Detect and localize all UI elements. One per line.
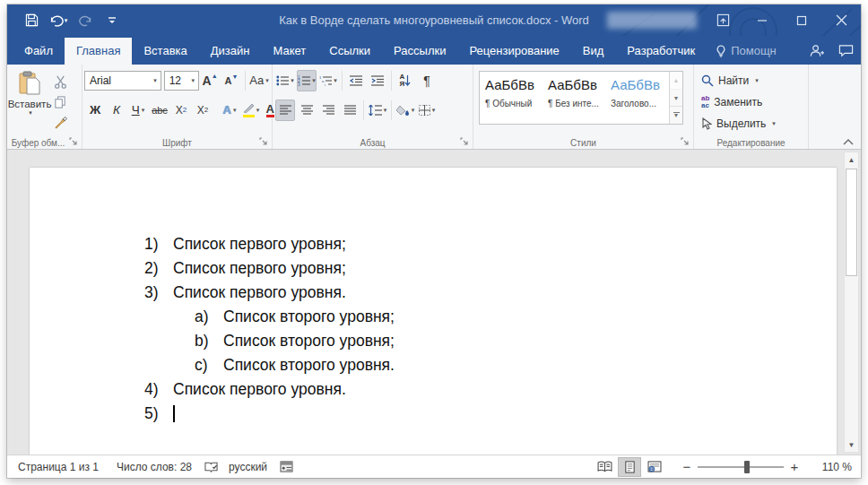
tab-file[interactable]: Файл (13, 38, 65, 65)
find-caret[interactable]: ▾ (755, 77, 759, 84)
tab-references[interactable]: Ссылки (317, 38, 382, 65)
cut-icon[interactable] (50, 73, 70, 91)
save-icon[interactable] (20, 10, 43, 31)
tab-home[interactable]: Главная (65, 38, 132, 65)
list-item[interactable]: 3)Список первого уровня. (144, 281, 837, 305)
bullets-button[interactable]: ▾ (275, 70, 295, 91)
underline-caret[interactable]: ▾ (142, 107, 145, 114)
close-button[interactable] (821, 4, 861, 36)
grow-font-button[interactable]: А▲ (200, 70, 220, 91)
minimize-button[interactable] (742, 4, 782, 36)
format-painter-icon[interactable] (50, 114, 70, 132)
strikethrough-button[interactable]: abc (150, 100, 169, 121)
numbering-caret[interactable]: ▾ (312, 77, 316, 84)
paste-dropdown-caret[interactable]: ▾ (29, 109, 32, 117)
word-count[interactable]: Число слов: 28 (117, 461, 192, 473)
scroll-up-icon[interactable]: ▲ (845, 152, 858, 167)
style-heading1[interactable]: АаБбВв Заголово... (605, 72, 668, 124)
scrollbar-thumb[interactable] (846, 169, 857, 276)
line-spacing-button[interactable]: ▾ (368, 100, 387, 121)
customize-qat-button[interactable] (100, 10, 124, 31)
document-page[interactable]: 1)Список первого уровня; 2)Список первог… (30, 168, 837, 455)
subscript-button[interactable]: X2 (171, 100, 191, 121)
borders-button[interactable]: ▾ (417, 100, 437, 121)
zoom-in-button[interactable]: + (787, 459, 802, 474)
style-no-spacing[interactable]: АаБбВв ¶ Без инте... (542, 72, 605, 124)
paragraph-dialog-launcher-icon[interactable] (460, 137, 470, 147)
justify-button[interactable] (340, 100, 360, 121)
shrink-font-button[interactable]: А▼ (221, 70, 241, 91)
align-right-button[interactable] (318, 100, 338, 121)
highlight-color-button[interactable]: ▾ (241, 100, 261, 121)
zoom-slider-thumb[interactable] (744, 461, 750, 473)
increase-indent-button[interactable] (368, 70, 387, 91)
align-left-button[interactable] (275, 100, 295, 121)
italic-button[interactable]: К (107, 100, 126, 121)
list-item[interactable]: 5) (144, 402, 837, 426)
styles-gallery-more-icon[interactable]: ▼ (670, 107, 682, 124)
font-size-caret[interactable]: ▾ (188, 77, 199, 84)
style-normal[interactable]: АаБбВв ¶ Обычный (480, 72, 542, 124)
styles-scroll-down-icon[interactable]: ▼ (670, 90, 682, 108)
list-item[interactable]: a)Список второго уровня; (195, 305, 837, 329)
share-person-icon[interactable] (809, 44, 824, 57)
superscript-button[interactable]: X2 (193, 100, 213, 121)
list-item[interactable]: b)Список второго уровня; (195, 329, 837, 353)
web-layout-button[interactable] (643, 457, 666, 477)
styles-scroll-up-icon[interactable]: ▲ (670, 72, 682, 90)
tab-insert[interactable]: Вставка (132, 38, 198, 65)
font-size-combo[interactable]: 12 ▾ (164, 71, 199, 91)
change-case-button[interactable]: Aa▾ (249, 70, 269, 91)
undo-button[interactable]: ▾ (47, 10, 70, 31)
text-effects-button[interactable]: А▾ (220, 100, 239, 121)
vertical-scrollbar[interactable]: ▲ ▼ (844, 152, 859, 453)
macro-record-icon[interactable] (280, 461, 293, 472)
zoom-level[interactable]: 110 % (811, 461, 852, 473)
copy-icon[interactable] (50, 93, 70, 111)
read-mode-button[interactable] (593, 457, 616, 477)
scroll-down-icon[interactable]: ▼ (845, 437, 858, 452)
shading-button[interactable]: ▾ (395, 100, 415, 121)
font-family-combo[interactable]: Arial ▾ (84, 71, 161, 91)
undo-dropdown-caret[interactable]: ▾ (65, 17, 68, 24)
comments-icon[interactable] (838, 44, 854, 57)
decrease-indent-button[interactable] (346, 70, 366, 91)
show-marks-button[interactable]: ¶ (417, 70, 437, 91)
page-indicator[interactable]: Страница 1 из 1 (18, 461, 99, 473)
bold-button[interactable]: Ж (85, 100, 105, 121)
paste-button[interactable]: Вставить ▾ (9, 68, 50, 134)
numbering-button[interactable]: 123 ▾ (297, 70, 317, 91)
list-item[interactable]: 1)Список первого уровня; (144, 232, 837, 256)
list-item[interactable]: c)Список второго уровня. (195, 353, 837, 377)
tab-design[interactable]: Дизайн (199, 38, 262, 65)
proofing-status-icon[interactable] (204, 461, 218, 473)
list-item[interactable]: 4)Список первого уровня. (144, 377, 837, 402)
select-button[interactable]: Выделить ▾ (701, 114, 806, 133)
sort-button[interactable]: АЯ (395, 70, 415, 91)
styles-dialog-launcher-icon[interactable] (681, 137, 690, 147)
zoom-slider-track[interactable] (698, 466, 784, 468)
language-indicator[interactable]: русский (229, 461, 267, 473)
tab-layout[interactable]: Макет (261, 38, 317, 65)
underline-button[interactable]: Ч▾ (128, 100, 148, 121)
tab-developer[interactable]: Разработчик (615, 38, 707, 65)
print-layout-button[interactable] (618, 457, 641, 477)
zoom-out-button[interactable]: − (680, 459, 694, 474)
tell-me-box[interactable]: Помощн (707, 38, 786, 65)
clipboard-dialog-launcher-icon[interactable] (69, 137, 79, 147)
find-button[interactable]: Найти ▾ (701, 71, 806, 90)
select-caret[interactable]: ▾ (772, 120, 776, 127)
font-dialog-launcher-icon[interactable] (259, 137, 269, 147)
tab-view[interactable]: Вид (571, 38, 616, 65)
maximize-button[interactable] (782, 4, 821, 36)
font-family-caret[interactable]: ▾ (150, 77, 161, 84)
font-group: Arial ▾ 12 ▾ А▲ А▼ Aa▾ Ж (82, 65, 273, 149)
list-item[interactable]: 2)Список первого уровня; (144, 256, 837, 281)
tab-mailings[interactable]: Рассылки (382, 38, 457, 65)
replace-button[interactable]: ab ac Заменить (701, 92, 806, 111)
collapse-ribbon-icon[interactable] (843, 138, 854, 145)
tab-review[interactable]: Рецензирование (457, 38, 570, 65)
multilevel-list-button[interactable]: 1ai ▾ (318, 70, 338, 91)
align-center-button[interactable] (297, 100, 317, 121)
ribbon-display-options-button[interactable] (703, 4, 742, 36)
